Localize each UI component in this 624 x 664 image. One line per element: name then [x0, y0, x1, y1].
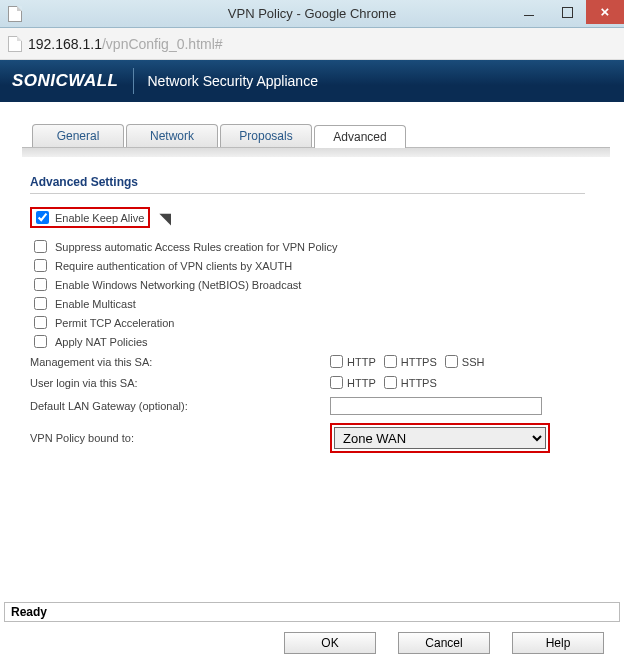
- status-text: Ready: [11, 605, 47, 619]
- label-mgmt-https: HTTPS: [401, 356, 437, 368]
- window-close-button[interactable]: ×: [586, 0, 624, 24]
- cancel-button[interactable]: Cancel: [398, 632, 490, 654]
- label-keep-alive: Enable Keep Alive: [55, 212, 144, 224]
- tab-general[interactable]: General: [32, 124, 124, 147]
- label-apply-nat: Apply NAT Policies: [55, 336, 148, 348]
- label-mgmt-ssh: SSH: [462, 356, 485, 368]
- label-lan-gateway: Default LAN Gateway (optional):: [30, 400, 330, 412]
- input-lan-gateway[interactable]: [330, 397, 542, 415]
- window-title: VPN Policy - Google Chrome: [228, 6, 396, 21]
- brand-subtitle: Network Security Appliance: [134, 73, 318, 89]
- label-netbios: Enable Windows Networking (NetBIOS) Broa…: [55, 279, 301, 291]
- label-login-http: HTTP: [347, 377, 376, 389]
- label-login-https: HTTPS: [401, 377, 437, 389]
- checkbox-login-https[interactable]: [384, 376, 397, 389]
- status-bar: Ready: [4, 602, 620, 622]
- tab-strip: General Network Proposals Advanced: [32, 124, 610, 147]
- label-multicast: Enable Multicast: [55, 298, 136, 310]
- checkbox-suppress-rules[interactable]: [34, 240, 47, 253]
- tab-underline: [22, 147, 610, 157]
- checkbox-require-xauth[interactable]: [34, 259, 47, 272]
- select-bound-to[interactable]: Zone WAN: [334, 427, 546, 449]
- app-header: SONICWALL Network Security Appliance: [0, 60, 624, 102]
- window-minimize-button[interactable]: [510, 0, 548, 24]
- tab-advanced[interactable]: Advanced: [314, 125, 406, 148]
- ok-button[interactable]: OK: [284, 632, 376, 654]
- content-panel: Advanced Settings Enable Keep Alive ◥ Su…: [0, 157, 624, 457]
- checkbox-mgmt-ssh[interactable]: [445, 355, 458, 368]
- highlight-keep-alive: Enable Keep Alive: [30, 207, 150, 228]
- file-icon: [8, 6, 22, 22]
- checkbox-tcp-accel[interactable]: [34, 316, 47, 329]
- window-maximize-button[interactable]: [548, 0, 586, 24]
- checkbox-multicast[interactable]: [34, 297, 47, 310]
- address-bar[interactable]: 192.168.1.1/vpnConfig_0.html#: [0, 28, 624, 60]
- tab-network[interactable]: Network: [126, 124, 218, 147]
- checkbox-login-http[interactable]: [330, 376, 343, 389]
- label-suppress-rules: Suppress automatic Access Rules creation…: [55, 241, 337, 253]
- checkbox-mgmt-https[interactable]: [384, 355, 397, 368]
- checkbox-netbios[interactable]: [34, 278, 47, 291]
- label-management-sa: Management via this SA:: [30, 356, 330, 368]
- checkbox-keep-alive[interactable]: [36, 211, 49, 224]
- highlight-bound-to: Zone WAN: [330, 423, 550, 453]
- section-title: Advanced Settings: [30, 175, 585, 194]
- tab-proposals[interactable]: Proposals: [220, 124, 312, 147]
- label-require-xauth: Require authentication of VPN clients by…: [55, 260, 292, 272]
- arrow-icon: ◥: [160, 210, 171, 226]
- help-button[interactable]: Help: [512, 632, 604, 654]
- label-bound-to: VPN Policy bound to:: [30, 432, 330, 444]
- url-host: 192.168.1.1: [28, 36, 102, 52]
- checkbox-mgmt-http[interactable]: [330, 355, 343, 368]
- page-icon: [8, 36, 22, 52]
- label-mgmt-http: HTTP: [347, 356, 376, 368]
- label-tcp-accel: Permit TCP Acceleration: [55, 317, 174, 329]
- brand-logo: SONICWALL: [12, 68, 134, 94]
- window-titlebar: VPN Policy - Google Chrome ×: [0, 0, 624, 28]
- url-path: /vpnConfig_0.html#: [102, 36, 223, 52]
- checkbox-apply-nat[interactable]: [34, 335, 47, 348]
- label-userlogin-sa: User login via this SA:: [30, 377, 330, 389]
